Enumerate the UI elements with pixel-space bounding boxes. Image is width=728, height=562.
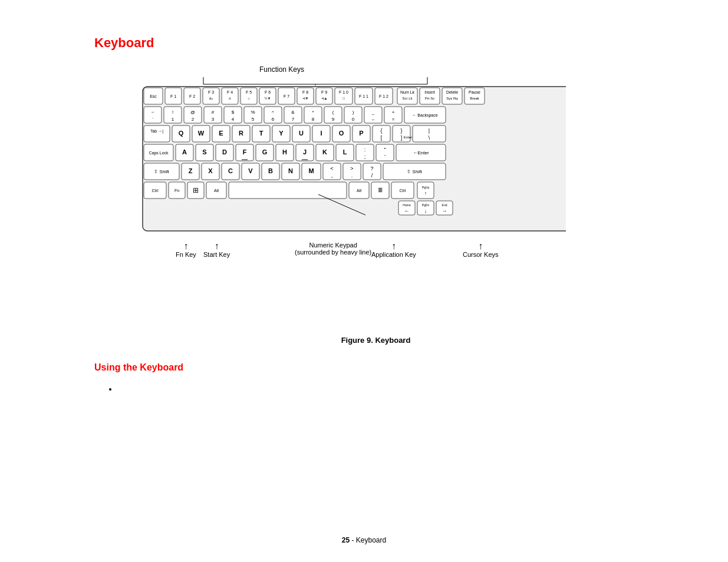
cursor-keys-annotation: ↑ Cursor Keys: [463, 242, 499, 258]
svg-text:<: <: [330, 166, 333, 171]
svg-text:': ': [384, 154, 386, 160]
svg-text:%: %: [251, 110, 255, 115]
svg-text:H: H: [282, 148, 287, 156]
svg-text:Insert: Insert: [424, 90, 435, 94]
svg-text::: :: [364, 147, 366, 153]
svg-text:~: ~: [151, 110, 154, 115]
cursor-keys-label: Cursor Keys: [463, 251, 499, 258]
svg-text:7: 7: [292, 117, 295, 122]
svg-text:Sys Rq: Sys Rq: [446, 97, 457, 100]
svg-text:_: _: [371, 110, 375, 115]
svg-text:Z: Z: [189, 167, 193, 174]
footer-section: Keyboard: [356, 536, 386, 544]
svg-text:$: $: [232, 110, 235, 115]
svg-text:Alt: Alt: [357, 189, 361, 193]
svg-text:(: (: [332, 110, 334, 115]
svg-text:.: .: [351, 173, 353, 178]
svg-text:L: L: [343, 148, 347, 156]
svg-text:K: K: [322, 148, 327, 156]
svg-text:W: W: [198, 130, 205, 137]
svg-text:–: –: [372, 117, 375, 122]
page-container: Keyboard Function Keys Esc: [0, 0, 728, 421]
svg-text:⊞: ⊞: [193, 186, 199, 194]
svg-text:Y: Y: [279, 130, 284, 137]
svg-text:4: 4: [232, 117, 235, 122]
svg-text:X: X: [208, 167, 213, 174]
svg-text:A: A: [182, 148, 187, 156]
svg-text:Fn: Fn: [174, 189, 179, 193]
svg-text:← Backspace: ← Backspace: [412, 113, 437, 118]
svg-text:Ctrl: Ctrl: [400, 189, 406, 193]
svg-text:⊲▲: ⊲▲: [321, 97, 328, 100]
svg-text:!: !: [172, 110, 173, 115]
svg-text:D: D: [222, 148, 227, 156]
svg-text:Esc: Esc: [150, 94, 157, 98]
svg-text:0: 0: [352, 117, 355, 122]
svg-text:F 1: F 1: [170, 94, 176, 98]
svg-text:N: N: [288, 167, 293, 174]
svg-text:V: V: [248, 167, 253, 174]
svg-text:&: &: [291, 110, 295, 115]
svg-text:Delete: Delete: [446, 90, 458, 94]
svg-text:": ": [384, 147, 386, 153]
svg-text:→: →: [442, 208, 447, 214]
svg-text:End: End: [442, 203, 447, 207]
function-keys-label: Function Keys: [259, 65, 304, 74]
svg-text:E: E: [219, 130, 223, 137]
svg-text:]: ]: [401, 135, 403, 141]
svg-text:C: C: [228, 167, 233, 174]
svg-text:}: }: [400, 128, 402, 134]
svg-text:F 4: F 4: [227, 90, 233, 94]
svg-text:←Enter: ←Enter: [413, 150, 429, 156]
svg-text:F 5: F 5: [246, 90, 252, 94]
svg-text:PgDn: PgDn: [422, 203, 430, 207]
svg-text:Pause: Pause: [469, 90, 480, 94]
svg-text:+: +: [392, 110, 395, 115]
svg-text:⇧ Shift: ⇧ Shift: [407, 169, 422, 174]
svg-text:`: `: [152, 117, 154, 122]
svg-text:2: 2: [192, 117, 195, 122]
svg-text:⇧ Shift: ⇧ Shift: [154, 169, 169, 174]
svg-text:F 6: F 6: [265, 90, 271, 94]
svg-text:F 2: F 2: [189, 94, 195, 98]
svg-text:⊲▼: ⊲▼: [302, 97, 309, 100]
svg-text:F 9: F 9: [321, 90, 327, 94]
keyboard-diagram-section: Function Keys Esc F 1: [141, 65, 657, 295]
svg-text:?: ?: [370, 166, 373, 171]
svg-text:Alt: Alt: [214, 189, 219, 193]
fn-key-annotation: ↑ Fn Key: [176, 242, 196, 258]
footer-separator: -: [351, 536, 355, 544]
svg-text:←: ←: [404, 208, 410, 214]
svg-text:F 1 1: F 1 1: [359, 94, 368, 98]
svg-text:3: 3: [212, 117, 215, 122]
application-key-label: Application Key: [371, 251, 416, 258]
svg-text:J: J: [303, 148, 307, 156]
svg-text:O: O: [339, 130, 344, 137]
svg-text:S: S: [202, 148, 206, 156]
svg-text:F 8: F 8: [302, 90, 308, 94]
start-key-label: Start Key: [203, 251, 230, 258]
svg-text:PgUp: PgUp: [422, 186, 430, 189]
svg-text:T: T: [259, 130, 263, 137]
svg-text:Tab →|: Tab →|: [150, 129, 163, 134]
svg-text:Scr Lk: Scr Lk: [402, 97, 413, 100]
svg-text:{: {: [380, 128, 382, 134]
numeric-keypad-annotation: Numeric Keypad(surrounded by heavy line): [295, 242, 371, 256]
svg-text:P: P: [359, 130, 363, 137]
section-title: Using the Keyboard: [94, 362, 657, 373]
svg-text:#: #: [212, 110, 215, 115]
svg-text:≣: ≣: [378, 187, 383, 193]
svg-text:☼: ☼: [247, 97, 251, 100]
svg-text:9: 9: [332, 117, 335, 122]
figure-caption: Figure 9. Keyboard: [94, 336, 657, 345]
svg-text:5: 5: [252, 117, 255, 122]
svg-text:Q: Q: [179, 130, 184, 137]
list-item: [118, 385, 657, 394]
svg-text:>: >: [350, 166, 353, 171]
svg-text:F: F: [243, 148, 247, 156]
svg-text:F 3: F 3: [208, 90, 214, 94]
svg-text:@: @: [190, 110, 195, 115]
svg-text:I: I: [320, 130, 322, 137]
page-footer: 25 - Keyboard: [342, 536, 386, 544]
svg-text:Num Lk: Num Lk: [400, 90, 415, 94]
